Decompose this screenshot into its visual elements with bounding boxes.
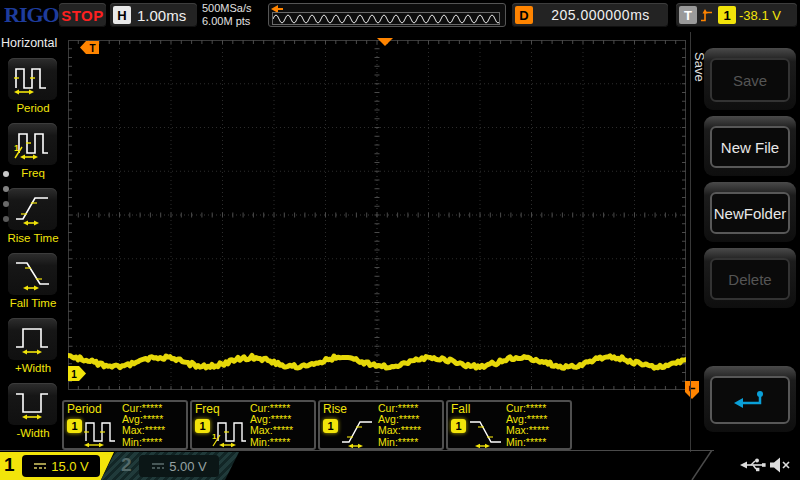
measurement-cur: ***** [398,402,418,414]
sidebar-item-plus-width[interactable] [8,318,57,360]
measurement-cur: ***** [526,402,546,414]
status-bar-slash [688,450,718,480]
trigger-level-value: -38.1 V [739,8,781,23]
memory-depth: 6.00M pts [202,15,252,28]
measurement-max: ***** [145,424,165,436]
softkey-new-folder[interactable]: NewFolder [704,182,796,242]
measurement-channel-badge: 1 [195,419,210,433]
measurement-channel-badge: 1 [67,419,82,433]
measurement-box-fall: Fall 1 Cur:***** Avg:***** Max:***** Min… [446,400,572,450]
svg-text:1: 1 [71,369,77,380]
measurement-min: ***** [398,436,418,448]
svg-text:1: 1 [212,432,217,441]
acquisition-info: 500MSa/s 6.00M pts [202,2,252,28]
measurement-name: Fall [451,402,470,416]
dc-coupling-icon [151,460,165,472]
rising-edge-icon [700,6,715,24]
delay-value: 205.000000ms [533,7,668,23]
menu-divider [690,32,691,452]
sidebar-item-fall-time[interactable] [8,253,57,295]
delay-chip: D 205.000000ms [512,3,668,27]
channel1-tab[interactable]: 1 15.0 V [0,452,114,480]
frequency-icon: 1 [13,127,53,161]
sidebar-item-period[interactable] [8,58,57,100]
measurement-avg: ***** [527,413,547,425]
channel2-number: 2 [121,454,132,476]
channel1-offset-marker: 1 [68,366,87,381]
minus-width-icon [13,387,53,421]
memory-waveform-thumbnail [272,12,500,25]
trigger-badge: T [679,6,697,24]
softkey-new-folder-label: NewFolder [710,192,790,234]
speaker-muted-icon [768,456,792,474]
rise-time-icon [13,192,53,226]
menu-scroll-dot [3,186,9,192]
measurement-channel-badge: 1 [323,419,338,433]
svg-text:T: T [687,385,697,391]
channel2-tab[interactable]: 2 5.00 V [101,452,239,480]
sidebar-item-rise-time-label: Rise Time [0,232,66,244]
measurement-box-rise: Rise 1 Cur:***** Avg:***** Max:***** Min… [318,400,444,450]
measurement-min: ***** [142,436,162,448]
sidebar-item-rise-time[interactable] [8,188,57,230]
svg-text:1: 1 [14,143,19,153]
delay-badge: D [515,6,533,24]
frequency-icon: 1 [212,416,248,448]
channel2-scale: 5.00 V [169,459,207,474]
horizontal-badge: H [113,6,131,24]
softkey-save[interactable]: Save [704,48,796,110]
softkey-new-file-label: New File [710,126,790,168]
horizontal-timebase-chip: H 1.00ms [110,3,197,27]
measurement-box-period: Period 1 Cur:***** Avg:***** Max:***** M… [62,400,188,450]
sample-rate: 500MSa/s [202,2,252,15]
softkey-save-label: Save [710,58,790,102]
svg-text:T: T [89,43,95,54]
sidebar-item-minus-width-label: -Width [0,427,66,439]
measurement-name: Period [67,402,102,416]
period-icon [13,62,53,96]
sidebar-item-freq[interactable]: 1 [8,123,57,165]
plus-width-icon [13,322,53,356]
softkey-back[interactable] [704,366,796,432]
measurement-cur: ***** [270,402,290,414]
oscilloscope-screen: RIGOL STOP H 1.00ms 500MSa/s 6.00M pts D… [0,0,800,480]
graticule [68,40,686,390]
fall-time-icon [13,257,53,291]
trigger-chip: T 1 -38.1 V [676,3,797,27]
run-state-badge: STOP [59,3,106,27]
trigger-position-clamp-marker: T [80,41,100,55]
measurement-cur: ***** [142,402,162,414]
measurement-avg: ***** [143,413,163,425]
measurement-name: Freq [195,402,220,416]
memory-position-preview [268,3,506,27]
sidebar-item-plus-width-label: +Width [0,362,66,374]
sidebar-item-minus-width[interactable] [8,383,57,425]
dc-coupling-icon [33,460,47,472]
sidebar-item-freq-label: Freq [0,167,66,179]
period-icon [84,416,120,448]
sidebar-item-fall-time-label: Fall Time [0,297,66,309]
measurement-channel-badge: 1 [451,419,466,433]
fall-time-icon [468,416,504,448]
channel1-scale: 15.0 V [51,459,89,474]
measurement-max: ***** [401,424,421,436]
softkey-new-file[interactable]: New File [704,116,796,176]
measurement-avg: ***** [271,413,291,425]
return-arrow-icon [732,389,768,411]
rise-time-icon [340,416,376,448]
measurement-name: Rise [323,402,347,416]
measurement-min: ***** [526,436,546,448]
menu-scroll-dot [3,216,9,222]
measurement-avg: ***** [399,413,419,425]
timebase-value: 1.00ms [137,7,186,24]
softkey-delete[interactable]: Delete [704,248,796,308]
trigger-source-badge: 1 [718,6,736,24]
measurement-min: ***** [270,436,290,448]
trigger-level-clamp-marker: T [685,381,700,400]
sidebar-title: Horizontal [1,36,67,50]
measurement-box-freq: Freq 1 1 Cur:***** Avg:***** Max:***** M… [190,400,316,450]
menu-scroll-dot [3,201,9,207]
trigger-time-marker-icon [377,38,393,46]
usb-icon [740,457,766,473]
channel-bar-divider [0,450,714,451]
